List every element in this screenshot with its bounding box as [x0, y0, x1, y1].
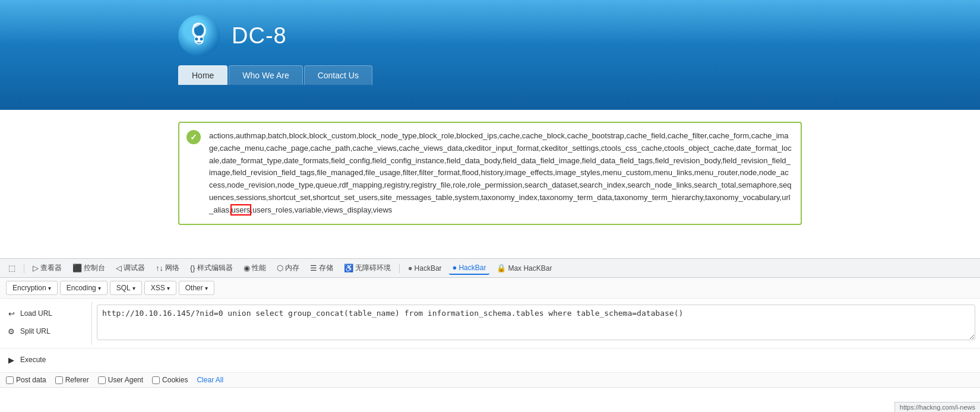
- devtools-network-label: 网络: [165, 263, 179, 273]
- nav-bar: Home Who We Are Contact Us: [0, 65, 980, 85]
- cookies-text: Cookies: [162, 376, 188, 384]
- url-area: ↩ Load URL ⚙ Split URL: [0, 299, 980, 348]
- url-sidebar: ↩ Load URL ⚙ Split URL: [0, 302, 92, 345]
- check-icon: ✓: [186, 130, 201, 144]
- devtools-hackbar-inactive-label: HackBar: [415, 264, 442, 272]
- bottom-bar: Post data Referer User Agent Cookies Cle…: [0, 372, 980, 387]
- hackbar-area: Encryption ▾ Encoding ▾ SQL ▾ XSS ▾ Othe…: [0, 278, 980, 388]
- storage-icon: ☰: [310, 264, 317, 272]
- header: DC-8 Home Who We Are Contact Us: [0, 0, 980, 110]
- devtools-debug-label: 控制台: [84, 263, 105, 273]
- other-arrow: ▾: [205, 285, 208, 291]
- xss-button[interactable]: XSS ▾: [144, 281, 176, 295]
- svg-point-2: [195, 37, 198, 40]
- max-hackbar-icon: 🔒: [497, 264, 506, 272]
- devtools-max-hackbar-label: Max HacKBar: [508, 264, 552, 272]
- devtools-debugger[interactable]: ◁ 调试器: [112, 261, 148, 275]
- sql-arrow: ▾: [132, 285, 135, 291]
- debug-icon: ⬛: [72, 264, 82, 272]
- devtools-bar: ⬚ ▷ 查看器 ⬛ 控制台 ◁ 调试器 ↑↓ 网络 {} 样式编辑器 ◉ 性能 …: [0, 258, 980, 278]
- devtools-perf-label: 性能: [252, 263, 266, 273]
- hackbar-toolbar: Encryption ▾ Encoding ▾ SQL ▾ XSS ▾ Othe…: [0, 278, 980, 299]
- xss-arrow: ▾: [167, 285, 170, 291]
- post-data-checkbox[interactable]: [6, 376, 14, 384]
- encoding-label: Encoding: [67, 284, 96, 292]
- svg-point-3: [200, 37, 203, 40]
- post-data-label[interactable]: Post data: [6, 376, 46, 384]
- devtools-sep-1: [24, 264, 24, 273]
- split-url-icon: ⚙: [6, 326, 17, 337]
- drupal-logo: [178, 15, 220, 56]
- result-highlight: users: [232, 205, 251, 214]
- split-url-button[interactable]: ⚙ Split URL: [0, 322, 91, 340]
- perf-icon: ◉: [244, 264, 250, 272]
- devtools-hackbar-inactive[interactable]: ● HackBar: [404, 262, 445, 274]
- inspect-icon: ⬚: [8, 264, 15, 272]
- load-url-icon: ↩: [6, 308, 17, 319]
- devtools-sep-2: [399, 264, 400, 273]
- xss-label: XSS: [151, 284, 165, 292]
- user-agent-label[interactable]: User Agent: [98, 376, 143, 384]
- devtools-debugger-label: 调试器: [124, 263, 145, 273]
- user-agent-text: User Agent: [108, 376, 143, 384]
- encryption-label: Encryption: [12, 284, 46, 292]
- other-button[interactable]: Other ▾: [179, 281, 214, 295]
- devtools-accessibility-label: 无障碍环境: [355, 263, 391, 273]
- devtools-network[interactable]: ↑↓ 网络: [152, 261, 183, 275]
- cookies-checkbox[interactable]: [152, 376, 160, 384]
- user-agent-checkbox[interactable]: [98, 376, 106, 384]
- devtools-memory-label: 内存: [285, 263, 299, 273]
- devtools-console[interactable]: ▷ 查看器: [29, 261, 65, 275]
- hackbar-inactive-icon: ●: [408, 264, 413, 272]
- post-data-text: Post data: [16, 376, 46, 384]
- devtools-hackbar-active-label: HackBar: [459, 264, 486, 272]
- style-icon: {}: [190, 264, 195, 272]
- load-url-button[interactable]: ↩ Load URL: [0, 305, 91, 322]
- other-label: Other: [185, 284, 203, 292]
- execute-button[interactable]: ▶ Execute: [0, 351, 92, 369]
- load-url-label: Load URL: [20, 309, 52, 318]
- console-icon: ▷: [33, 264, 39, 272]
- devtools-storage[interactable]: ☰ 存储: [306, 261, 337, 275]
- referer-label[interactable]: Referer: [55, 376, 89, 384]
- devtools-perf[interactable]: ◉ 性能: [240, 261, 270, 275]
- referer-text: Referer: [65, 376, 89, 384]
- nav-tab-who-we-are[interactable]: Who We Are: [229, 65, 302, 85]
- referer-checkbox[interactable]: [55, 376, 63, 384]
- nav-tab-contact-us[interactable]: Contact Us: [304, 65, 372, 85]
- content-area: ✓ actions,authmap,batch,block,block_cust…: [0, 110, 980, 258]
- status-url: https://hackng.com/i-news: [900, 404, 975, 411]
- devtools-style[interactable]: {} 样式编辑器: [186, 261, 236, 275]
- devtools-max-hackbar[interactable]: 🔒 Max HacKBar: [493, 262, 555, 274]
- devtools-debug[interactable]: ⬛ 控制台: [69, 261, 109, 275]
- devtools-storage-label: 存储: [319, 263, 333, 273]
- execute-icon: ▶: [6, 354, 17, 365]
- devtools-hackbar-active[interactable]: ● HackBar: [449, 261, 490, 275]
- encoding-arrow: ▾: [98, 285, 101, 291]
- network-icon: ↑↓: [156, 264, 163, 272]
- url-input[interactable]: [97, 305, 975, 340]
- clear-all-button[interactable]: Clear All: [197, 376, 223, 384]
- devtools-inspect[interactable]: ⬚: [5, 262, 19, 274]
- accessibility-icon: ♿: [344, 264, 353, 272]
- devtools-style-label: 样式编辑器: [197, 263, 233, 273]
- site-title: DC-8: [232, 23, 287, 49]
- encryption-arrow: ▾: [48, 285, 51, 291]
- result-text-after: ,users_roles,variable,views_display,view…: [250, 205, 392, 214]
- hackbar-active-icon: ●: [453, 263, 457, 272]
- result-text-before: actions,authmap,batch,block,block_custom…: [209, 131, 792, 214]
- encoding-button[interactable]: Encoding ▾: [60, 281, 108, 295]
- header-top: DC-8: [0, 9, 980, 65]
- devtools-accessibility[interactable]: ♿ 无障碍环境: [340, 261, 394, 275]
- url-input-container: [92, 302, 980, 345]
- status-bar: https://hackng.com/i-news: [894, 402, 980, 412]
- devtools-memory[interactable]: ⬡ 内存: [273, 261, 303, 275]
- cookies-label[interactable]: Cookies: [152, 376, 188, 384]
- split-url-label: Split URL: [20, 327, 50, 335]
- execute-label: Execute: [20, 356, 46, 364]
- devtools-console-label: 查看器: [40, 263, 62, 273]
- execute-area: ▶ Execute: [0, 348, 980, 372]
- sql-button[interactable]: SQL ▾: [110, 281, 142, 295]
- encryption-button[interactable]: Encryption ▾: [6, 281, 58, 295]
- nav-tab-home[interactable]: Home: [178, 65, 227, 85]
